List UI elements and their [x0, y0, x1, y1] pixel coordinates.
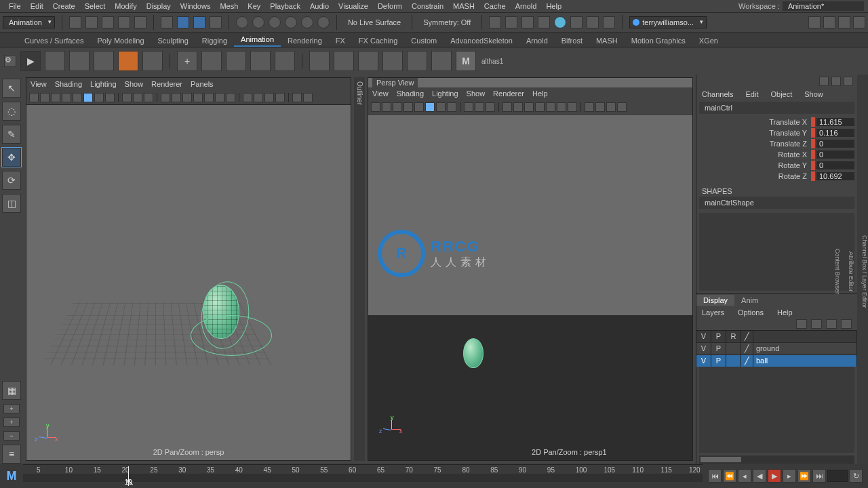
outliner-tab[interactable]: Outliner: [354, 77, 365, 461]
shelf-curve5-icon[interactable]: [407, 51, 427, 71]
layer-tab-display[interactable]: Display: [696, 295, 734, 306]
vpl-tool-icon[interactable]: [254, 93, 263, 102]
vpl-shading[interactable]: Shading: [55, 80, 82, 88]
select-hierarchy-icon[interactable]: [177, 16, 189, 28]
render-view-icon[interactable]: [489, 16, 501, 28]
shelf-setdriven-icon[interactable]: [226, 51, 246, 71]
next-key-icon[interactable]: ▸: [783, 469, 796, 483]
sidetab-channelbox[interactable]: Channel Box / Layer Editor: [861, 235, 868, 308]
viewport-left-canvas[interactable]: yxz 2D Pan/Zoom : persp: [26, 105, 351, 460]
attr-value-field[interactable]: 0: [816, 140, 854, 148]
cb-icon[interactable]: [819, 77, 829, 86]
vpl-tool-icon[interactable]: [105, 93, 115, 102]
vpl-tool-icon[interactable]: [83, 93, 93, 102]
shelf-trail2-icon[interactable]: [94, 51, 114, 71]
loop-icon[interactable]: ↻: [849, 469, 863, 483]
outliner-toggle-icon[interactable]: ≡: [2, 445, 21, 464]
menu-key[interactable]: Key: [243, 2, 265, 10]
vpr-view[interactable]: View: [372, 89, 389, 98]
workspace-dropdown[interactable]: Animation*: [783, 1, 864, 11]
vpl-tool-icon[interactable]: [303, 93, 313, 102]
menu-edit[interactable]: Edit: [26, 2, 48, 10]
vpl-tool-icon[interactable]: [133, 93, 142, 102]
vpr-tool-icon[interactable]: [524, 102, 534, 112]
vpr-tool-icon[interactable]: [606, 102, 616, 112]
shelf-setkeyrot-icon[interactable]: [275, 51, 295, 71]
vpl-tool-icon[interactable]: [264, 93, 274, 102]
shelf-tab-mograph[interactable]: Motion Graphics: [625, 35, 692, 47]
vpl-tool-icon[interactable]: [215, 93, 224, 102]
lasso-tool-icon[interactable]: ◌: [2, 102, 21, 121]
menu-mesh[interactable]: Mesh: [215, 2, 243, 10]
vpl-tool-icon[interactable]: [226, 93, 235, 102]
attr-value-field[interactable]: 0: [816, 150, 854, 159]
vpl-tool-icon[interactable]: [193, 93, 203, 102]
scale-tool-icon[interactable]: ◫: [2, 194, 21, 213]
layer-playback-toggle[interactable]: P: [711, 355, 726, 367]
vpr-tool-icon[interactable]: [502, 102, 512, 112]
vpr-tool-icon[interactable]: [393, 102, 402, 112]
menu-display[interactable]: Display: [142, 2, 176, 10]
menu-playback[interactable]: Playback: [265, 2, 305, 10]
vpr-tool-icon[interactable]: [617, 102, 627, 112]
cb-menu-channels[interactable]: Channels: [702, 90, 733, 98]
vpr-tool-icon[interactable]: [546, 102, 555, 112]
vpr-tool-icon[interactable]: [585, 102, 594, 112]
snap-curve-icon[interactable]: [252, 16, 264, 28]
mode-dropdown[interactable]: Animation: [3, 16, 55, 28]
vpl-tool-icon[interactable]: [122, 93, 132, 102]
cb-menu-edit[interactable]: Edit: [745, 90, 758, 98]
layer-visibility-toggle[interactable]: V: [696, 355, 711, 367]
attr-value-field[interactable]: 0.116: [816, 129, 854, 137]
menu-cache[interactable]: Cache: [479, 2, 511, 10]
vpl-tool-icon[interactable]: [73, 93, 82, 102]
hypershade-icon[interactable]: [554, 16, 566, 28]
shelf-tab-curves[interactable]: Curves / Surfaces: [18, 35, 90, 47]
menu-help[interactable]: Help: [541, 2, 566, 10]
rotate-tool-icon[interactable]: ⟳: [2, 171, 21, 190]
menu-create[interactable]: Create: [48, 2, 80, 10]
toolbar-icon-c[interactable]: [838, 16, 850, 28]
channel-box-object-name[interactable]: mainCtrl: [699, 102, 854, 114]
vpr-tool-icon[interactable]: [414, 102, 424, 112]
menu-visualize[interactable]: Visualize: [334, 2, 373, 10]
playblast-icon[interactable]: [587, 16, 599, 28]
layer-ref-toggle[interactable]: [726, 343, 741, 354]
time-slider[interactable]: 5101520253035404550556065707580859095100…: [23, 464, 703, 487]
layout-single-icon[interactable]: ▦: [2, 381, 21, 400]
sidetab-attribute[interactable]: Attribute Editor: [848, 251, 854, 292]
menu-deform[interactable]: Deform: [373, 2, 407, 10]
layer-btn-icon[interactable]: [826, 319, 837, 329]
layer-menu-layers[interactable]: Layers: [702, 308, 724, 317]
paint-tool-icon[interactable]: ✎: [2, 125, 21, 144]
layer-menu-help[interactable]: Help: [777, 308, 793, 317]
attr-value-field[interactable]: 10.692: [816, 172, 854, 180]
sidetab-content[interactable]: Content Browser: [834, 249, 841, 294]
go-start-icon[interactable]: ⏮: [708, 469, 722, 483]
light-editor-icon[interactable]: [570, 16, 583, 28]
toolbar-icon-d[interactable]: [853, 16, 865, 28]
vpr-tool-icon[interactable]: [425, 102, 435, 112]
shelf-setkeyanim-icon[interactable]: [250, 51, 271, 71]
layer-tab-anim[interactable]: Anim: [734, 295, 765, 306]
shelf-tab-rigging[interactable]: Rigging: [195, 35, 234, 47]
shelf-tab-xgen[interactable]: XGen: [692, 35, 725, 47]
viewport-right-canvas[interactable]: yxz 2D Pan/Zoom : persp1: [368, 115, 692, 460]
layer-btn-icon[interactable]: [796, 319, 807, 329]
snap-plane-icon[interactable]: [285, 16, 297, 28]
attr-rotate-y[interactable]: Rotate Y0: [699, 160, 854, 171]
vpl-tool-icon[interactable]: [51, 93, 60, 102]
shelf-tab-arnold[interactable]: Arnold: [519, 35, 555, 47]
vpr-tool-icon[interactable]: [382, 102, 391, 112]
layer-color-swatch[interactable]: ╱: [741, 355, 753, 367]
attr-value-field[interactable]: 0: [816, 161, 854, 169]
shape-name[interactable]: mainCtrlShape: [699, 197, 854, 209]
menu-windows[interactable]: Windows: [176, 2, 216, 10]
vpr-tool-icon[interactable]: [447, 102, 456, 112]
redo-icon[interactable]: [134, 16, 146, 28]
shelf-tab-custom[interactable]: Custom: [404, 35, 443, 47]
move-tool-icon[interactable]: ✥: [2, 148, 21, 167]
vpr-renderer[interactable]: Renderer: [493, 89, 524, 98]
symmetry-label[interactable]: Symmetry: Off: [419, 18, 475, 26]
cb-menu-object[interactable]: Object: [770, 90, 792, 98]
